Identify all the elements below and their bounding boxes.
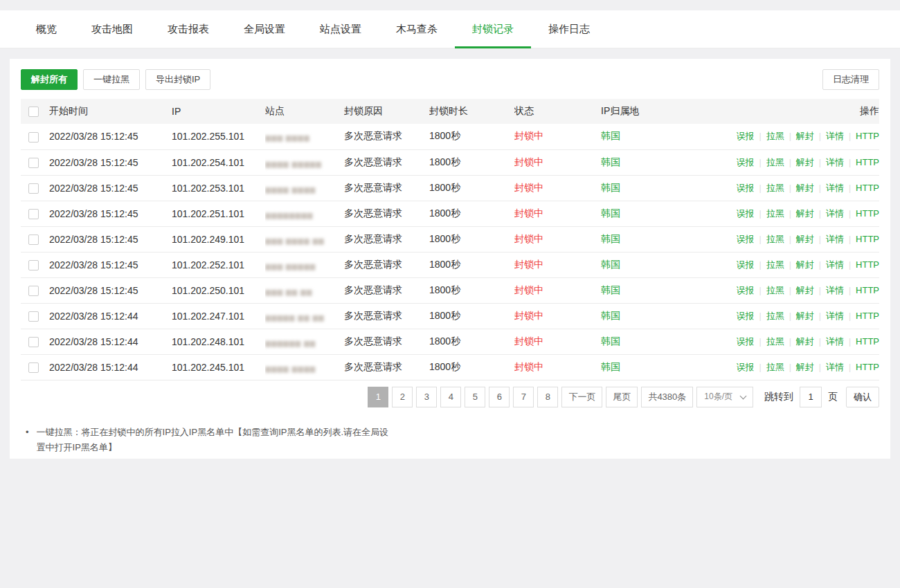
row-checkbox[interactable]	[28, 235, 39, 245]
action-link-details[interactable]: 详情	[826, 285, 844, 295]
row-checkbox[interactable]	[28, 286, 39, 296]
page-unit-label: 页	[828, 391, 838, 403]
row-checkbox[interactable]	[28, 311, 39, 322]
action-link-http[interactable]: HTTP	[856, 183, 879, 193]
action-link-misreport[interactable]: 误报	[737, 285, 755, 295]
action-link-misreport[interactable]: 误报	[737, 183, 755, 193]
blocked-ip-table: 开始时间IP站点封锁原因封锁时长状态IP归属地操作 2022/03/28 15:…	[21, 99, 879, 380]
action-link-blacklist[interactable]: 拉黑	[766, 234, 784, 244]
action-link-unblock[interactable]: 解封	[796, 157, 814, 167]
action-link-details[interactable]: 详情	[826, 311, 844, 321]
row-checkbox[interactable]	[28, 337, 39, 347]
action-link-http[interactable]: HTTP	[856, 259, 879, 270]
action-link-blacklist[interactable]: 拉黑	[766, 259, 784, 270]
tab-1[interactable]: 攻击地图	[74, 10, 150, 48]
confirm-button[interactable]: 确认	[846, 387, 879, 407]
page-button-8[interactable]: 8	[537, 387, 558, 407]
action-link-unblock[interactable]: 解封	[796, 183, 814, 193]
page-button-2[interactable]: 2	[392, 387, 413, 407]
tab-5[interactable]: 木马查杀	[379, 10, 455, 48]
action-separator: |	[819, 337, 821, 347]
action-link-http[interactable]: HTTP	[856, 285, 879, 295]
action-link-http[interactable]: HTTP	[856, 208, 879, 219]
action-link-blacklist[interactable]: 拉黑	[766, 208, 784, 219]
unblock-all-button[interactable]: 解封所有	[21, 69, 78, 90]
page-size-select[interactable]: 10条/页	[696, 387, 753, 407]
action-link-misreport[interactable]: 误报	[737, 131, 755, 141]
action-link-details[interactable]: 详情	[826, 362, 844, 372]
table-header-row: 开始时间IP站点封锁原因封锁时长状态IP归属地操作	[21, 99, 879, 124]
action-link-unblock[interactable]: 解封	[796, 131, 814, 141]
tab-6[interactable]: 封锁记录	[455, 10, 531, 48]
last-page-button[interactable]: 尾页	[606, 387, 638, 407]
action-link-blacklist[interactable]: 拉黑	[766, 285, 784, 295]
row-checkbox[interactable]	[28, 132, 39, 143]
action-link-unblock[interactable]: 解封	[796, 336, 814, 347]
blacklist-all-button[interactable]: 一键拉黑	[83, 69, 140, 90]
action-link-http[interactable]: HTTP	[856, 234, 879, 244]
action-link-http[interactable]: HTTP	[856, 131, 879, 141]
select-all-checkbox[interactable]	[28, 107, 39, 117]
action-link-misreport[interactable]: 误报	[737, 336, 755, 347]
table-row: 2022/03/28 15:12:44101.202.245.101▆▆▆▆ ▆…	[21, 354, 879, 380]
action-link-details[interactable]: 详情	[826, 131, 844, 141]
log-clean-button[interactable]: 日志清理	[822, 69, 879, 90]
table-body: 2022/03/28 15:12:45101.202.255.101▆▆▆ ▆▆…	[21, 124, 879, 380]
cell-ip-location: 韩国	[601, 201, 713, 226]
action-link-blacklist[interactable]: 拉黑	[766, 157, 784, 167]
action-link-misreport[interactable]: 误报	[737, 259, 755, 270]
action-link-details[interactable]: 详情	[826, 208, 844, 219]
action-link-misreport[interactable]: 误报	[737, 208, 755, 219]
page-button-4[interactable]: 4	[440, 387, 461, 407]
cell-ip-location: 韩国	[601, 252, 713, 277]
next-page-button[interactable]: 下一页	[561, 387, 602, 407]
action-link-http[interactable]: HTTP	[856, 311, 879, 321]
action-link-blacklist[interactable]: 拉黑	[766, 183, 784, 193]
action-link-blacklist[interactable]: 拉黑	[766, 336, 784, 347]
action-link-misreport[interactable]: 误报	[737, 362, 755, 372]
page-button-7[interactable]: 7	[513, 387, 534, 407]
row-checkbox[interactable]	[28, 158, 39, 168]
action-link-unblock[interactable]: 解封	[796, 362, 814, 372]
action-separator: |	[849, 158, 851, 167]
row-checkbox[interactable]	[28, 183, 39, 194]
page-button-3[interactable]: 3	[416, 387, 437, 407]
jump-to-input[interactable]	[800, 387, 822, 407]
action-link-unblock[interactable]: 解封	[796, 234, 814, 244]
export-blocked-ip-button[interactable]: 导出封锁IP	[145, 69, 210, 90]
action-link-blacklist[interactable]: 拉黑	[766, 362, 784, 372]
action-link-unblock[interactable]: 解封	[796, 311, 814, 321]
table-row: 2022/03/28 15:12:44101.202.248.101▆▆▆▆▆▆…	[21, 329, 879, 354]
action-link-blacklist[interactable]: 拉黑	[766, 311, 784, 321]
cell-start-time: 2022/03/28 15:12:44	[49, 303, 172, 329]
row-checkbox[interactable]	[28, 362, 39, 373]
action-link-details[interactable]: 详情	[826, 234, 844, 244]
page-button-1[interactable]: 1	[368, 387, 388, 407]
action-link-misreport[interactable]: 误报	[737, 311, 755, 321]
row-checkbox[interactable]	[28, 260, 39, 270]
action-link-unblock[interactable]: 解封	[796, 259, 814, 270]
action-link-unblock[interactable]: 解封	[796, 208, 814, 219]
tab-7[interactable]: 操作日志	[531, 10, 607, 48]
tab-bar: 概览攻击地图攻击报表全局设置站点设置木马查杀封锁记录操作日志	[0, 10, 900, 48]
action-link-details[interactable]: 详情	[826, 336, 844, 347]
action-link-http[interactable]: HTTP	[856, 336, 879, 347]
action-link-misreport[interactable]: 误报	[737, 157, 755, 167]
action-link-http[interactable]: HTTP	[856, 157, 879, 167]
page-button-5[interactable]: 5	[465, 387, 485, 407]
action-link-misreport[interactable]: 误报	[737, 234, 755, 244]
page-button-6[interactable]: 6	[489, 387, 510, 407]
action-link-http[interactable]: HTTP	[856, 362, 879, 372]
action-link-details[interactable]: 详情	[826, 157, 844, 167]
action-link-details[interactable]: 详情	[826, 259, 844, 270]
tab-4[interactable]: 站点设置	[303, 10, 379, 48]
action-link-blacklist[interactable]: 拉黑	[766, 131, 784, 141]
tab-0[interactable]: 概览	[19, 10, 74, 48]
action-link-details[interactable]: 详情	[826, 183, 844, 193]
action-link-unblock[interactable]: 解封	[796, 285, 814, 295]
row-checkbox[interactable]	[28, 209, 39, 219]
tab-2[interactable]: 攻击报表	[150, 10, 226, 48]
action-separator: |	[789, 362, 791, 372]
tab-3[interactable]: 全局设置	[226, 10, 303, 48]
cell-actions: 误报|拉黑|解封|详情|HTTP	[713, 175, 879, 201]
